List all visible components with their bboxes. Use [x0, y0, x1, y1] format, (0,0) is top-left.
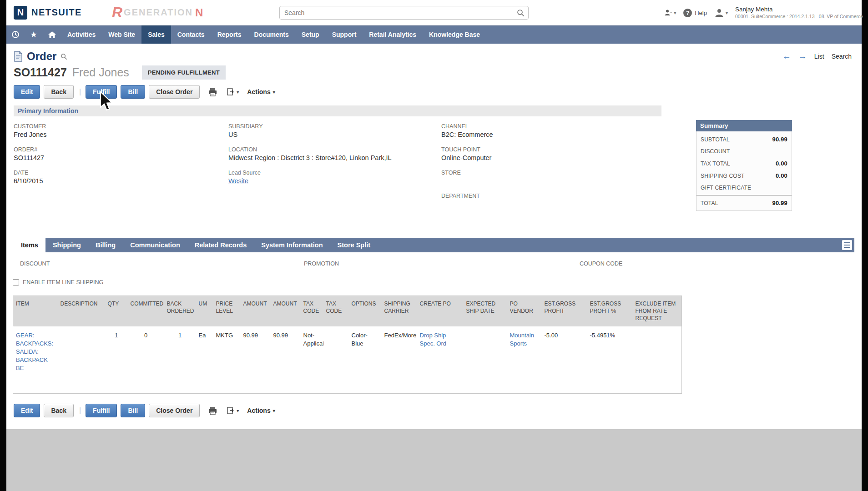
primary-information-header: Primary Information [14, 105, 661, 116]
tab-billing[interactable]: Billing [88, 238, 123, 252]
help-button[interactable]: ? Help [683, 9, 707, 17]
date-field: DATE 6/10/2015 [14, 170, 228, 185]
items-table-container: ITEM DESCRIPTION QTY COMMITTED BACK ORDE… [13, 296, 854, 394]
nav-item-setup[interactable]: Setup [295, 25, 326, 44]
summary-row-tax-total: TAX TOTAL 0.00 [696, 157, 792, 170]
create-po-link[interactable]: Drop Ship Spec. Ord [420, 332, 447, 347]
page-title: Order [27, 50, 56, 63]
lead-source-link[interactable]: Wesite [228, 177, 248, 185]
summary-panel: Summary SUBTOTAL 90.99 DISCOUNT TAX TOTA… [696, 120, 792, 211]
next-record-arrow-icon[interactable]: → [798, 52, 807, 60]
back-button-bottom[interactable]: Back [44, 404, 73, 417]
tab-shipping[interactable]: Shipping [45, 238, 88, 252]
item-row: GEAR: BACKPACKS: SALIDA: BACKPACK BE 1 0… [13, 326, 682, 394]
cell-options: Color-Blue [349, 326, 382, 394]
promotion-field-label: PROMOTION [304, 261, 339, 267]
order-title-row: SO111427 Fred Jones PENDING FULFILLMENT [14, 65, 854, 80]
help-label: Help [695, 10, 707, 16]
nav-item-knowledge-base[interactable]: Knowledge Base [423, 25, 486, 44]
col-est-gross-profit: EST.GROSS PROFIT [542, 296, 587, 326]
actions-menu-button[interactable]: Actions ▾ [247, 88, 275, 95]
search-icon[interactable] [517, 9, 525, 17]
chevron-down-icon: ▾ [674, 10, 676, 15]
global-search[interactable] [279, 6, 529, 20]
col-um: UM [196, 296, 213, 326]
bill-button[interactable]: Bill [121, 85, 145, 99]
total-value: 90.99 [772, 200, 787, 206]
cell-create-po: Drop Ship Spec. Ord [417, 326, 464, 394]
store-label: STORE [441, 170, 854, 176]
close-order-button-bottom[interactable]: Close Order [149, 404, 200, 417]
tab-items[interactable]: Items [14, 238, 45, 252]
back-button[interactable]: Back [44, 85, 73, 99]
touch-point-label: TOUCH POINT [441, 146, 854, 153]
discount-field-label: DISCOUNT [20, 261, 50, 267]
cell-back-ordered: 1 [164, 326, 196, 394]
enable-line-shipping-checkbox[interactable] [13, 279, 19, 286]
netsuite-logo[interactable]: N NETSUITE [14, 6, 82, 20]
touch-point-value: Online-Computer [441, 154, 854, 162]
bill-button-bottom[interactable]: Bill [121, 404, 145, 417]
nav-item-reports[interactable]: Reports [211, 25, 248, 44]
nav-item-sales[interactable]: Sales [141, 25, 171, 44]
summary-body: SUBTOTAL 90.99 DISCOUNT TAX TOTAL 0.00 S… [696, 131, 792, 211]
nav-item-documents[interactable]: Documents [248, 25, 295, 44]
date-value: 6/10/2015 [14, 177, 228, 185]
channel-label: CHANNEL [441, 123, 854, 130]
nav-item-web-site[interactable]: Web Site [102, 25, 141, 44]
nav-item-support[interactable]: Support [326, 25, 363, 44]
summary-row-shipping-cost: SHIPPING COST 0.00 [696, 170, 792, 182]
toolbar-divider: | [79, 88, 81, 96]
cell-price-level: MKTG [213, 326, 241, 394]
home-button[interactable] [43, 25, 61, 44]
subtotal-value: 90.99 [772, 136, 787, 143]
switch-role-button[interactable]: ▾ [664, 9, 676, 16]
close-order-button[interactable]: Close Order [149, 85, 200, 99]
nav-item-activities[interactable]: Activities [61, 25, 102, 44]
nav-item-retail-analytics[interactable]: Retail Analytics [363, 25, 423, 44]
enable-line-shipping-label: ENABLE ITEM LINE SHIPPING [23, 279, 103, 286]
user-avatar-button[interactable]: ▾ [714, 8, 728, 17]
search-link[interactable]: Search [832, 53, 852, 60]
shipping-cost-label: SHIPPING COST [701, 173, 745, 179]
search-input[interactable] [280, 9, 517, 16]
list-view-icon [842, 240, 852, 250]
previous-record-arrow-icon[interactable]: ← [782, 52, 791, 60]
summary-row-total: TOTAL 90.99 [696, 195, 792, 210]
tab-communication[interactable]: Communication [123, 238, 187, 252]
shortcuts-button[interactable]: ★ [25, 25, 43, 44]
tab-system-information[interactable]: System Information [254, 238, 330, 252]
fulfill-button[interactable]: Fulfill [86, 85, 117, 99]
export-button-bottom[interactable]: ▾ [227, 406, 239, 415]
fulfill-button-bottom[interactable]: Fulfill [86, 404, 117, 417]
store-field: STORE [441, 170, 854, 185]
title-search-icon[interactable] [61, 53, 67, 60]
nav-item-contacts[interactable]: Contacts [171, 25, 211, 44]
top-bar: N NETSUITE R GENERATION N ▾ ? [6, 0, 862, 25]
lead-source-field: Lead Source Wesite [228, 170, 441, 185]
netsuite-logo-text: NETSUITE [31, 7, 82, 18]
actions-menu-button-bottom[interactable]: Actions ▾ [247, 407, 275, 414]
item-link[interactable]: GEAR: BACKPACKS: SALIDA: BACKPACK BE [16, 332, 53, 372]
export-button[interactable]: ▾ [227, 88, 239, 96]
document-icon [14, 51, 23, 62]
tab-list-view-button[interactable] [842, 240, 852, 252]
top-right-cluster: ▾ ? Help ▾ Sanjay Mehta 00001. SuiteComm… [664, 0, 858, 25]
edit-button[interactable]: Edit [14, 85, 40, 99]
print-button-bottom[interactable] [208, 406, 217, 415]
cell-shipping-carrier: FedEx/More [382, 326, 417, 394]
po-vendor-link[interactable]: Mountain Sports [510, 332, 534, 347]
edit-button-bottom[interactable]: Edit [14, 404, 40, 417]
page-background [6, 429, 862, 491]
cell-item: GEAR: BACKPACKS: SALIDA: BACKPACK BE [13, 326, 58, 394]
tax-total-value: 0.00 [776, 160, 787, 167]
list-link[interactable]: List [814, 53, 824, 60]
print-button[interactable] [208, 88, 217, 96]
subsidiary-field: SUBSIDIARY US [228, 123, 441, 139]
field-column-3: CHANNEL B2C: Ecommerce TOUCH POINT Onlin… [441, 123, 854, 216]
col-po-vendor: PO VENDOR [507, 296, 542, 326]
tab-related-records[interactable]: Related Records [187, 238, 254, 252]
location-field: LOCATION Midwest Region : Disctrict 3 : … [228, 146, 441, 162]
tab-store-split[interactable]: Store Split [330, 238, 378, 252]
recent-records-button[interactable] [6, 25, 25, 44]
